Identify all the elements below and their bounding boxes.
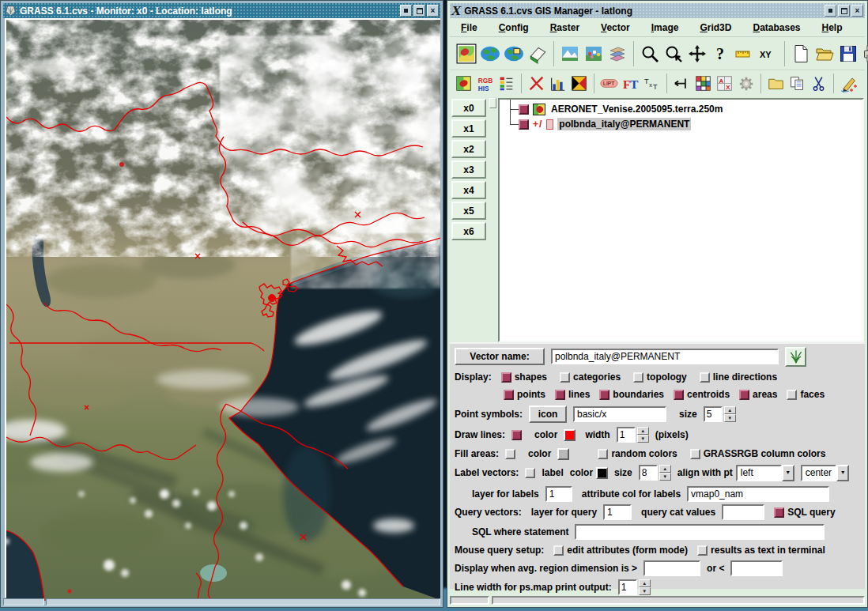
- digitize-icon[interactable]: [838, 74, 859, 94]
- layer-checkbox[interactable]: [519, 119, 529, 130]
- cut-layer-icon[interactable]: [808, 74, 829, 94]
- add-text-icon[interactable]: [641, 74, 662, 94]
- minimize-button[interactable]: [400, 5, 412, 17]
- manager-titlebar[interactable]: X GRASS 6.1.cvs GIS Manager - latlong ×: [450, 3, 865, 18]
- cell-values-icon[interactable]: [582, 42, 606, 66]
- sql-query-checkbox[interactable]: [774, 507, 784, 518]
- add-legend-icon[interactable]: [496, 74, 517, 94]
- add-thematic-icon[interactable]: [568, 74, 590, 94]
- faces-checkbox[interactable]: [787, 390, 797, 400]
- valign-select[interactable]: center▼: [801, 465, 849, 481]
- monitor-button-x2[interactable]: x2: [451, 140, 486, 158]
- duplicate-layer-icon[interactable]: [787, 74, 808, 94]
- attr-col-input[interactable]: [687, 486, 829, 502]
- boundaries-checkbox[interactable]: [599, 390, 609, 400]
- fill-color-swatch[interactable]: [557, 448, 569, 460]
- monitor-titlebar[interactable]: GRASS 6.1.cvs - Monitor: x0 - Location: …: [3, 3, 440, 18]
- erase-icon[interactable]: [526, 42, 549, 66]
- map-display-area[interactable]: [5, 18, 440, 598]
- zoom-in-icon[interactable]: [638, 42, 662, 66]
- menu-help[interactable]: Help: [822, 22, 843, 33]
- add-rgbhis-icon[interactable]: [474, 74, 496, 94]
- maximize-button[interactable]: [838, 5, 850, 17]
- label-size-spinbox[interactable]: 8 ▲▼: [639, 465, 671, 481]
- shapes-checkbox[interactable]: [501, 372, 511, 383]
- align-select[interactable]: left▼: [736, 465, 794, 481]
- query-icon[interactable]: [709, 42, 733, 66]
- monitor-button-x6[interactable]: x6: [451, 222, 486, 240]
- close-button[interactable]: ×: [851, 5, 863, 17]
- random-colors-checkbox[interactable]: [598, 449, 608, 459]
- monitor-button-x0[interactable]: x0: [451, 99, 486, 117]
- print-icon[interactable]: [860, 42, 868, 66]
- menu-file[interactable]: File: [461, 22, 477, 33]
- monitor-button-x3[interactable]: x3: [451, 160, 486, 179]
- results-terminal-checkbox[interactable]: [697, 545, 708, 556]
- monitor-button-x4[interactable]: x4: [451, 181, 486, 199]
- add-gridnum-icon[interactable]: [714, 74, 735, 94]
- monitor-button-x1[interactable]: x1: [451, 119, 486, 138]
- menu-grid3d[interactable]: Grid3D: [700, 22, 731, 33]
- raster-image-icon[interactable]: [558, 42, 582, 66]
- monitor-button-x5[interactable]: x5: [451, 202, 486, 220]
- topology-checkbox[interactable]: [633, 372, 643, 383]
- add-raster-icon[interactable]: [453, 74, 474, 94]
- add-command-icon[interactable]: [735, 74, 757, 94]
- areas-checkbox[interactable]: [739, 390, 749, 400]
- maximize-button[interactable]: [413, 5, 425, 17]
- add-chart-icon[interactable]: [547, 74, 568, 94]
- menu-vector[interactable]: Vector: [601, 22, 630, 33]
- grassrgb-checkbox[interactable]: [690, 449, 700, 459]
- layer-for-query-input[interactable]: [603, 504, 632, 520]
- query-cat-input[interactable]: [722, 504, 764, 520]
- layer-label[interactable]: polbnda_italy@PERMANENT: [557, 118, 691, 130]
- close-button[interactable]: ×: [427, 5, 439, 17]
- add-grid-icon[interactable]: [693, 74, 714, 94]
- fill-areas-checkbox[interactable]: [505, 449, 515, 459]
- symbol-size-spinbox[interactable]: 5 ▲▼: [704, 406, 736, 422]
- measure-icon[interactable]: [733, 42, 757, 66]
- ps-line-width-spinbox[interactable]: 1 ▲▼: [618, 579, 651, 595]
- tree-scrollbar[interactable]: [489, 98, 496, 342]
- menu-databases[interactable]: Databases: [753, 22, 800, 33]
- points-checkbox[interactable]: [504, 390, 514, 400]
- new-workspace-icon[interactable]: [789, 42, 813, 66]
- minimize-button[interactable]: [825, 5, 836, 17]
- satellite-map[interactable]: [6, 20, 440, 601]
- label-color-swatch[interactable]: [596, 467, 608, 479]
- layer-label[interactable]: AERONET_Venise.2005095.terra.250m: [549, 103, 724, 115]
- edit-attributes-checkbox[interactable]: [553, 545, 564, 556]
- zoom-back-icon[interactable]: [662, 42, 685, 66]
- layer-stack-icon[interactable]: [606, 42, 629, 66]
- pan-icon[interactable]: [685, 42, 709, 66]
- menu-raster[interactable]: Raster: [550, 22, 579, 33]
- add-font-icon[interactable]: [620, 74, 641, 94]
- layer-row-raster[interactable]: AERONET_Venise.2005095.terra.250m: [519, 102, 724, 116]
- display-map-icon[interactable]: [455, 42, 478, 66]
- layer-for-labels-input[interactable]: [545, 486, 572, 502]
- xy-position-icon[interactable]: [757, 42, 780, 66]
- open-workspace-icon[interactable]: [813, 42, 836, 66]
- dimension-lt-input[interactable]: [730, 560, 783, 576]
- sql-where-input[interactable]: [575, 524, 825, 540]
- menu-config[interactable]: Config: [499, 22, 529, 33]
- line-width-spinbox[interactable]: 1 ▲▼: [617, 427, 649, 443]
- categories-checkbox[interactable]: [560, 372, 570, 383]
- layer-checkbox[interactable]: [519, 104, 529, 115]
- add-labels-icon[interactable]: [598, 74, 620, 94]
- vector-name-button[interactable]: Vector name:: [455, 348, 545, 365]
- add-group-icon[interactable]: [765, 74, 787, 94]
- draw-lines-checkbox[interactable]: [511, 430, 522, 440]
- vector-name-input[interactable]: [551, 349, 779, 364]
- nviz-icon[interactable]: [502, 42, 526, 66]
- centroids-checkbox[interactable]: [674, 390, 684, 400]
- layer-row-vector[interactable]: +/ polbnda_italy@PERMANENT: [519, 117, 691, 131]
- save-workspace-icon[interactable]: [836, 42, 860, 66]
- dimension-gt-input[interactable]: [643, 560, 700, 576]
- label-vectors-checkbox[interactable]: [525, 468, 535, 478]
- select-vector-button[interactable]: [785, 347, 806, 367]
- icon-button[interactable]: icon: [529, 405, 567, 423]
- lines-checkbox[interactable]: [555, 390, 565, 400]
- add-scalebar-icon[interactable]: [671, 74, 693, 94]
- icon-input[interactable]: [573, 406, 666, 422]
